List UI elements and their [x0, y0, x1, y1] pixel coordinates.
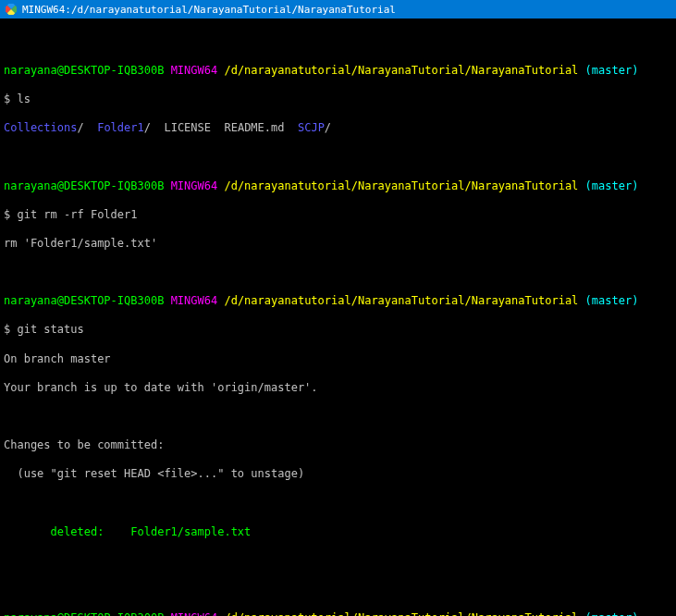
output-line: (use "git reset HEAD <file>..." to unsta… [4, 467, 672, 482]
output-line: On branch master [4, 352, 672, 367]
output-line: Collections/ Folder1/ LICENSE README.md … [4, 121, 672, 136]
git-bash-icon [6, 4, 17, 15]
blank-line [4, 410, 672, 425]
blank-line [4, 583, 672, 598]
prompt-line: narayana@DESKTOP-IQB300B MINGW64 /d/nara… [4, 64, 672, 79]
output-line: Changes to be committed: [4, 438, 672, 453]
prompt-line: narayana@DESKTOP-IQB300B MINGW64 /d/nara… [4, 179, 672, 194]
output-line: deleted: Folder1/sample.txt [4, 525, 672, 540]
prompt-line: narayana@DESKTOP-IQB300B MINGW64 /d/nara… [4, 294, 672, 309]
blank-line [4, 150, 672, 165]
command-line: $ git rm -rf Folder1 [4, 208, 672, 223]
blank-line [4, 35, 672, 50]
output-line: rm 'Folder1/sample.txt' [4, 237, 672, 252]
command-line: $ ls [4, 92, 672, 107]
blank-line [4, 497, 672, 511]
window-title: MINGW64:/d/narayanatutorial/NarayanaTuto… [22, 4, 396, 16]
titlebar: MINGW64:/d/narayanatutorial/NarayanaTuto… [0, 0, 676, 18]
blank-line [4, 554, 672, 569]
terminal[interactable]: narayana@DESKTOP-IQB300B MINGW64 /d/nara… [0, 18, 676, 616]
prompt-line: narayana@DESKTOP-IQB300B MINGW64 /d/nara… [4, 611, 672, 616]
command-line: $ git status [4, 323, 672, 338]
output-line: Your branch is up to date with 'origin/m… [4, 381, 672, 396]
blank-line [4, 265, 672, 280]
